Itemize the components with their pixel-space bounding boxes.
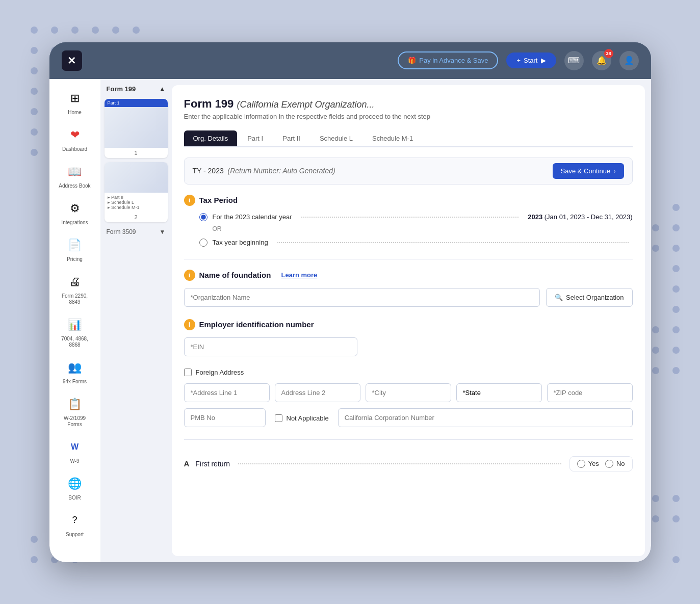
sidebar-item-integrations[interactable]: ⚙ Integrations — [55, 195, 95, 230]
tax-period-option1-label: For the 2023 calendar year — [213, 213, 292, 221]
pmb-input[interactable] — [184, 408, 266, 427]
address-line-row: *State CA NY TX — [184, 383, 633, 402]
sidebar-item-7004[interactable]: 📊 7004, 4868, 8868 — [55, 311, 95, 352]
gift-icon: 🎁 — [408, 57, 416, 64]
tax-year-range: (Jan 01, 2023 - Dec 31, 2023) — [545, 213, 633, 221]
user-icon: 👤 — [624, 56, 634, 65]
form-3509-nav[interactable]: Form 3509 ▼ — [105, 226, 168, 238]
keyboard-icon-btn[interactable]: ⌨ — [564, 51, 584, 70]
form-nav-panel: Form 199 ▲ Part 1 1 — [100, 79, 172, 562]
integrations-icon: ⚙ — [66, 199, 84, 218]
sidebar-integrations-label: Integrations — [61, 220, 88, 226]
ein-input[interactable] — [184, 337, 357, 356]
first-return-index: A — [184, 459, 190, 468]
state-field: *State CA NY TX — [456, 383, 542, 402]
tab-schedule-m1[interactable]: Schedule M-1 — [363, 130, 422, 146]
form7004-icon: 📊 — [66, 316, 84, 334]
tab-part-i[interactable]: Part I — [238, 130, 272, 146]
ty-bar: TY - 2023 (Return Number: Auto Generated… — [184, 157, 633, 185]
sidebar-item-address-book[interactable]: 📖 Address Book — [55, 159, 95, 193]
sidebar-item-dashboard[interactable]: ❤ Dashboard — [55, 122, 95, 156]
zip-field — [547, 383, 633, 402]
state-select[interactable]: *State CA NY TX — [456, 383, 542, 402]
sidebar-item-pricing[interactable]: 📄 Pricing — [55, 232, 95, 267]
plus-icon: + — [516, 57, 521, 64]
ein-title: i Employer identification number — [184, 319, 633, 330]
yes-label: Yes — [588, 460, 599, 467]
save-continue-button[interactable]: Save & Continue › — [553, 163, 624, 179]
foreign-address-row: Foreign Address — [184, 369, 633, 376]
tax-period-option2: Tax year beginning — [199, 239, 633, 247]
not-applicable-row: Not Applicable — [271, 409, 333, 427]
pricing-icon: 📄 — [66, 236, 84, 254]
formw9-icon: W — [66, 438, 84, 456]
form94x-icon: 👥 — [66, 358, 84, 377]
sidebar-item-home[interactable]: ⊞ Home — [55, 85, 95, 120]
tax-year-bold: 2023 — [528, 213, 542, 221]
logo[interactable]: ✕ — [62, 50, 82, 71]
sidebar-item-form2290[interactable]: 🖨 Form 2290, 8849 — [55, 269, 95, 309]
form-3509-chevron[interactable]: ▼ — [160, 228, 166, 235]
ein-section: i Employer identification number — [184, 319, 633, 356]
part2-labels: ▸ Part II▸ Schedule L▸ Schedule M-1 — [105, 193, 168, 212]
formw2-icon: 📋 — [66, 395, 84, 413]
ca-corp-input[interactable] — [338, 408, 633, 427]
form-title-text: Form 199 — [184, 97, 234, 110]
part2-page-num: 2 — [105, 212, 168, 222]
sidebar-w9-label: W-9 — [70, 458, 79, 464]
select-org-icon: 🔍 — [555, 294, 563, 301]
notification-btn[interactable]: 🔔 38 — [592, 51, 611, 70]
city-field — [366, 383, 451, 402]
sidebar-item-94x[interactable]: 👥 94x Forms — [55, 354, 95, 389]
form-nav-part1[interactable]: Part 1 1 — [105, 99, 168, 158]
zip-input[interactable] — [547, 383, 633, 402]
yes-radio[interactable] — [577, 460, 585, 468]
tab-schedule-l[interactable]: Schedule L — [310, 130, 362, 146]
learn-more-link[interactable]: Learn more — [281, 271, 318, 279]
form2290-icon: 🖨 — [66, 273, 84, 291]
tax-period-label: Tax Period — [199, 196, 238, 204]
no-option[interactable]: No — [605, 460, 625, 468]
sidebar-94x-label: 94x Forms — [63, 379, 87, 385]
tab-part-ii[interactable]: Part II — [273, 130, 309, 146]
profile-btn[interactable]: 👤 — [619, 51, 639, 70]
ty-italic: (Return Number: Auto Generated) — [228, 167, 335, 175]
home-icon: ⊞ — [66, 89, 84, 108]
ein-label: Employer identification number — [199, 320, 314, 329]
tab-org-details[interactable]: Org. Details — [184, 130, 238, 146]
form-nav-part2[interactable]: ▸ Part II▸ Schedule L▸ Schedule M-1 2 — [105, 162, 168, 222]
yes-no-group: Yes No — [569, 456, 633, 471]
sidebar-address-label: Address Book — [59, 183, 90, 189]
city-input[interactable] — [366, 383, 451, 402]
sidebar: ⊞ Home ❤ Dashboard 📖 Address Book ⚙ Inte… — [49, 79, 100, 562]
keyboard-icon: ⌨ — [568, 56, 580, 65]
sidebar-item-w9[interactable]: W W-9 — [55, 434, 95, 468]
sidebar-item-w2[interactable]: 📋 W-2/1099 Forms — [55, 391, 95, 432]
not-applicable-checkbox[interactable] — [275, 414, 282, 422]
sidebar-item-support[interactable]: ? Support — [55, 507, 95, 542]
addr-line2-input[interactable] — [275, 383, 360, 402]
tax-period-radio2[interactable] — [199, 239, 208, 247]
org-name-input[interactable] — [184, 288, 540, 307]
save-continue-arrow: › — [613, 167, 615, 175]
select-org-label: Select Organization — [566, 294, 624, 301]
org-name-row: 🔍 Select Organization — [184, 288, 633, 307]
part1-thumbnail — [105, 107, 168, 148]
no-radio[interactable] — [605, 460, 613, 468]
pay-advance-button[interactable]: 🎁 Pay in Advance & Save — [398, 51, 498, 69]
form-title-italic: (California Exempt Organization... — [237, 99, 374, 110]
support-icon: ? — [66, 511, 84, 530]
addr-line1-input[interactable] — [184, 383, 270, 402]
pmb-field — [184, 408, 266, 427]
yes-option[interactable]: Yes — [577, 460, 599, 468]
form-nav-chevron[interactable]: ▲ — [159, 85, 166, 93]
foreign-address-checkbox[interactable] — [184, 369, 192, 376]
start-button[interactable]: + Start ▶ — [506, 52, 556, 68]
select-org-button[interactable]: 🔍 Select Organization — [546, 288, 632, 307]
main-form: Form 199 (California Exempt Organization… — [172, 85, 645, 556]
sidebar-item-boir[interactable]: 🌐 BOIR — [55, 470, 95, 505]
tax-period-radio1[interactable] — [199, 213, 208, 221]
form-nav-header: Form 199 ▲ — [105, 85, 168, 93]
tax-period-radio-group: For the 2023 calendar year 2023 (Jan 01,… — [199, 213, 633, 247]
tax-period-option2-label: Tax year beginning — [213, 239, 268, 246]
